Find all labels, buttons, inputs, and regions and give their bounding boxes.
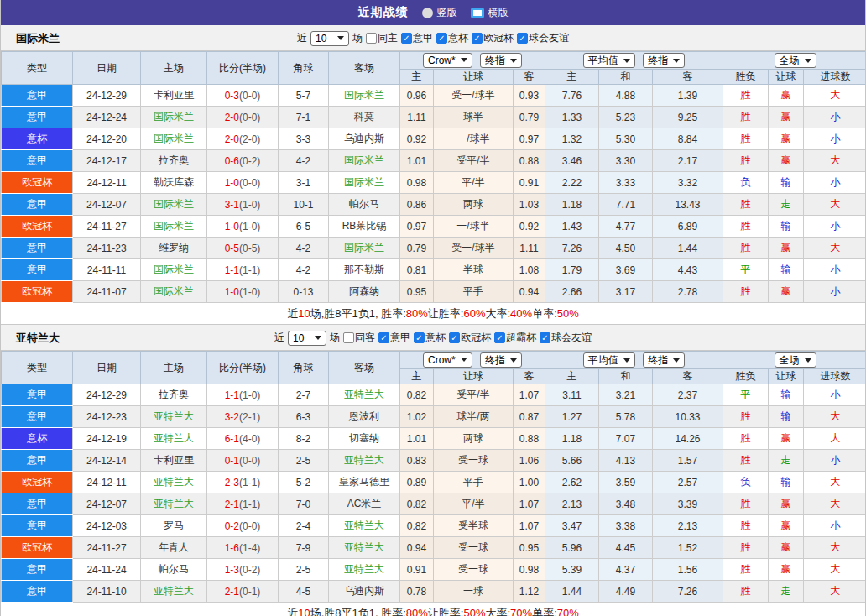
home-team[interactable]: 亚特兰大 (141, 428, 207, 450)
filter-league[interactable]: ✓超霸杯 (494, 331, 536, 345)
home-team[interactable]: 年青人 (141, 537, 207, 559)
home-team[interactable]: 帕尔马 (141, 559, 207, 581)
filter-league[interactable]: ✓意杯 (414, 331, 446, 345)
home-team[interactable]: 罗马 (141, 515, 207, 537)
odds-source-select[interactable]: Crow* (423, 53, 472, 68)
checkbox-checked-icon[interactable]: ✓ (378, 332, 389, 343)
home-team[interactable]: 卡利亚里 (141, 85, 207, 107)
odds-final-select[interactable]: 终指 (480, 352, 522, 368)
home-team[interactable]: 维罗纳 (141, 238, 207, 259)
away-team[interactable]: 皇家马德里 (329, 472, 400, 493)
filter-same-away-label: 同客 (355, 331, 375, 345)
away-team[interactable]: 乌迪内斯 (329, 128, 400, 150)
filter-league[interactable]: ✓球会友谊 (517, 31, 569, 45)
filter-bar: 近 10 场 同客 ✓意甲✓意杯✓欧冠杯✓超霸杯✓球会友谊 (1, 325, 865, 351)
halftime-score: (0-2) (239, 564, 260, 576)
chevron-down-icon (510, 59, 517, 63)
away-team[interactable]: 亚特兰大 (329, 450, 400, 472)
checkbox-checked-icon[interactable]: ✓ (494, 332, 505, 343)
away-team[interactable]: 国际米兰 (329, 150, 400, 172)
layout-option-vertical[interactable]: 竖版 (422, 6, 457, 20)
crow-handicap: 受平/半 (434, 384, 514, 406)
home-team[interactable]: 国际米兰 (141, 194, 207, 216)
checkbox-checked-icon[interactable]: ✓ (540, 332, 550, 343)
checkbox-checked-icon[interactable]: ✓ (517, 33, 528, 44)
home-team[interactable]: 国际米兰 (141, 128, 207, 150)
score-cell: 2-3(1-1) (207, 472, 279, 493)
home-team[interactable]: 国际米兰 (141, 216, 207, 238)
away-team[interactable]: 亚特兰大 (329, 515, 400, 537)
layout-option-horizontal[interactable]: 横版 (471, 6, 509, 20)
away-team[interactable]: RB莱比锡 (329, 216, 400, 238)
checkbox-checked-icon[interactable]: ✓ (414, 332, 425, 343)
home-team[interactable]: 国际米兰 (141, 107, 207, 128)
home-team[interactable]: 勒沃库森 (141, 172, 207, 194)
away-team[interactable]: 国际米兰 (329, 238, 400, 259)
avg-home-odds: 2.66 (545, 281, 599, 303)
filter-league[interactable]: ✓球会友谊 (540, 331, 592, 345)
match-row: 意甲24-12-07亚特兰大2-1(1-1)7-0AC米兰0.82平/半1.07… (2, 493, 866, 515)
radio-unselected-icon[interactable] (422, 8, 433, 18)
checkbox-checked-icon[interactable]: ✓ (449, 332, 460, 343)
home-team[interactable]: 亚特兰大 (141, 472, 207, 493)
radio-selected-icon[interactable] (471, 8, 484, 18)
col-home: 主场 (141, 52, 207, 85)
filter-league[interactable]: ✓欧冠杯 (449, 331, 491, 345)
away-team[interactable]: AC米兰 (329, 493, 400, 515)
col-type: 类型 (2, 352, 73, 384)
average-final-select[interactable]: 终指 (643, 352, 685, 368)
filter-same-home[interactable]: 同主 (366, 31, 398, 45)
avg-draw-odds: 5.78 (599, 406, 653, 428)
halftime-score: (0-0) (239, 177, 260, 189)
home-team[interactable]: 亚特兰大 (141, 493, 207, 515)
away-team[interactable]: 亚特兰大 (329, 384, 400, 406)
home-team[interactable]: 拉齐奥 (141, 384, 207, 406)
filter-league[interactable]: ✓欧冠杯 (472, 31, 514, 45)
checkbox-checked-icon[interactable]: ✓ (472, 33, 483, 44)
home-team[interactable]: 卡利亚里 (141, 450, 207, 472)
away-team[interactable]: 亚特兰大 (329, 559, 400, 581)
home-team[interactable]: 亚特兰大 (141, 406, 207, 428)
odds-source-select[interactable]: Crow* (423, 352, 472, 368)
home-team[interactable]: 拉齐奥 (141, 150, 207, 172)
away-team[interactable]: 科莫 (329, 107, 400, 128)
checkbox-unchecked-icon[interactable] (366, 33, 377, 44)
away-team[interactable]: 帕尔马 (329, 194, 400, 216)
checkbox-checked-icon[interactable]: ✓ (401, 33, 412, 44)
halftime-score: (0-5) (239, 243, 260, 254)
average-select[interactable]: 平均值 (583, 53, 635, 68)
odds-final-select[interactable]: 终指 (480, 53, 522, 68)
home-team[interactable]: 国际米兰 (141, 281, 207, 303)
result-wdl: 胜 (723, 150, 769, 172)
avg-home-odds: 3.11 (545, 384, 599, 406)
filter-same-away[interactable]: 同客 (343, 331, 375, 345)
scope-select[interactable]: 全场 (775, 53, 816, 68)
away-team[interactable]: 乌迪内斯 (329, 581, 400, 603)
home-team[interactable]: 亚特兰大 (141, 581, 207, 603)
away-team[interactable]: 亚特兰大 (329, 537, 400, 559)
match-count-select[interactable]: 10 (310, 31, 349, 46)
col-corner: 角球 (279, 352, 329, 384)
away-team[interactable]: 国际米兰 (329, 172, 400, 194)
match-row: 欧冠杯24-11-27年青人1-6(1-4)7-9亚特兰大0.94受一球0.95… (2, 537, 866, 559)
average-select[interactable]: 平均值 (583, 352, 635, 368)
away-team[interactable]: 切塞纳 (329, 428, 400, 450)
result-handicap: 赢 (769, 559, 804, 581)
away-team[interactable]: 国际米兰 (329, 85, 400, 107)
section-header: 亚特兰大 近 10 场 同客 ✓意甲✓意杯✓欧冠杯✓超霸杯✓球会友谊 (1, 325, 865, 351)
home-team[interactable]: 国际米兰 (141, 259, 207, 281)
away-team[interactable]: 那不勒斯 (329, 259, 400, 281)
checkbox-unchecked-icon[interactable] (343, 332, 354, 343)
away-team[interactable]: 阿森纳 (329, 281, 400, 303)
league-badge: 意甲 (2, 581, 73, 603)
filter-league[interactable]: ✓意甲 (401, 31, 433, 45)
filter-league[interactable]: ✓意杯 (436, 31, 468, 45)
avg-home-odds: 1.33 (545, 107, 599, 128)
match-count-select[interactable]: 10 (288, 331, 326, 346)
away-team[interactable]: 恩波利 (329, 406, 400, 428)
result-handicap: 赢 (769, 515, 804, 537)
average-final-select[interactable]: 终指 (643, 53, 685, 68)
scope-select[interactable]: 全场 (775, 352, 816, 368)
filter-league[interactable]: ✓意甲 (378, 331, 410, 345)
checkbox-checked-icon[interactable]: ✓ (436, 33, 447, 44)
